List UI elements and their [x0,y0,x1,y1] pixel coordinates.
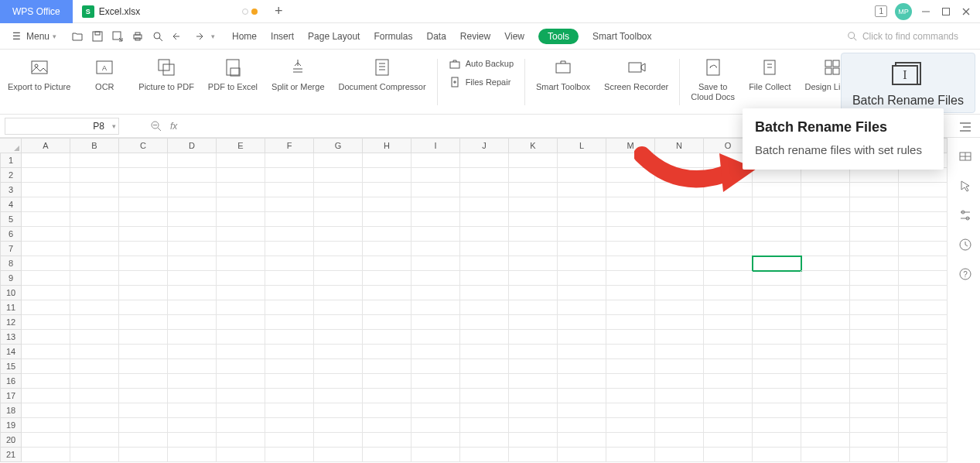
cell[interactable] [801,242,850,256]
cell[interactable] [509,227,558,242]
cell[interactable] [899,256,948,271]
cell[interactable] [801,389,850,403]
undo-icon[interactable] [171,29,185,43]
cell[interactable] [850,433,899,448]
cell[interactable] [119,403,168,418]
cell[interactable] [22,448,70,462]
cell[interactable] [265,403,314,418]
cell[interactable] [411,418,460,433]
cell[interactable] [265,300,314,315]
cell[interactable] [411,448,460,462]
tab-page-layout[interactable]: Page Layout [308,31,360,42]
cell[interactable] [655,286,704,300]
cell[interactable] [460,227,509,242]
cell[interactable] [899,300,948,315]
cell[interactable] [70,374,119,389]
cell[interactable] [460,315,509,330]
cell[interactable] [655,212,704,227]
cell[interactable] [363,374,411,389]
cell[interactable] [704,315,753,330]
cell[interactable] [411,403,460,418]
cell[interactable] [655,227,704,242]
cell[interactable] [70,345,119,359]
cell[interactable] [411,345,460,359]
cell[interactable] [753,374,801,389]
cell[interactable] [753,183,801,197]
cell[interactable] [70,286,119,300]
cell[interactable] [899,315,948,330]
cell[interactable] [460,271,509,286]
column-header[interactable]: F [265,138,314,153]
cell[interactable] [411,374,460,389]
cell[interactable] [411,183,460,197]
row-header[interactable]: 2 [0,168,22,183]
cell[interactable] [22,256,70,271]
cell[interactable] [753,212,801,227]
cell[interactable] [411,433,460,448]
cell[interactable] [899,227,948,242]
cell[interactable] [850,345,899,359]
cell[interactable] [801,271,850,286]
cell[interactable] [753,359,801,374]
rail-sliders-icon[interactable] [958,207,973,223]
cell[interactable] [850,374,899,389]
cell[interactable] [801,359,850,374]
cell[interactable] [168,359,217,374]
cell[interactable] [801,197,850,212]
row-header[interactable]: 10 [0,286,22,300]
cell[interactable] [363,330,411,345]
cell[interactable] [265,153,314,168]
cell[interactable] [168,345,217,359]
cell[interactable] [119,315,168,330]
column-header[interactable]: L [558,138,606,153]
cell[interactable] [655,403,704,418]
split-merge-button[interactable]: Split or Merge [267,54,329,95]
cell[interactable] [801,433,850,448]
cell[interactable] [899,271,948,286]
cell[interactable] [850,300,899,315]
cell[interactable] [314,448,363,462]
cell[interactable] [168,242,217,256]
cell[interactable] [704,330,753,345]
cell[interactable] [655,256,704,271]
cell[interactable] [363,345,411,359]
cell[interactable] [363,418,411,433]
tab-home[interactable]: Home [232,31,257,42]
cell[interactable] [70,300,119,315]
screen-recorder-button[interactable]: Screen Recorder [599,54,673,95]
cell[interactable] [509,330,558,345]
cell[interactable] [460,345,509,359]
column-header[interactable]: C [119,138,168,153]
cell[interactable] [655,433,704,448]
cell[interactable] [753,433,801,448]
cell[interactable] [411,242,460,256]
cell[interactable] [265,197,314,212]
cell[interactable] [70,433,119,448]
cell[interactable] [850,197,899,212]
chevron-down-icon[interactable]: ▾ [211,33,215,40]
cell[interactable] [168,212,217,227]
cell[interactable] [801,300,850,315]
cell[interactable] [265,168,314,183]
cell[interactable] [363,153,411,168]
column-header[interactable]: I [411,138,460,153]
cell[interactable] [655,345,704,359]
cell[interactable] [217,212,265,227]
smart-toolbox-button[interactable]: Smart Toolbox [531,54,595,95]
cell[interactable] [558,271,606,286]
picture-to-pdf-button[interactable]: Picture to PDF [134,54,199,95]
row-header[interactable]: 17 [0,389,22,403]
cell[interactable] [460,374,509,389]
cell[interactable] [168,315,217,330]
cell[interactable] [119,286,168,300]
cell[interactable] [753,271,801,286]
cell[interactable] [558,242,606,256]
row-header[interactable]: 20 [0,433,22,448]
cell[interactable] [801,315,850,330]
cell[interactable] [70,227,119,242]
cell[interactable] [655,315,704,330]
cell[interactable] [704,256,753,271]
cell[interactable] [314,418,363,433]
cell[interactable] [411,197,460,212]
zoom-out-icon[interactable] [150,120,162,132]
